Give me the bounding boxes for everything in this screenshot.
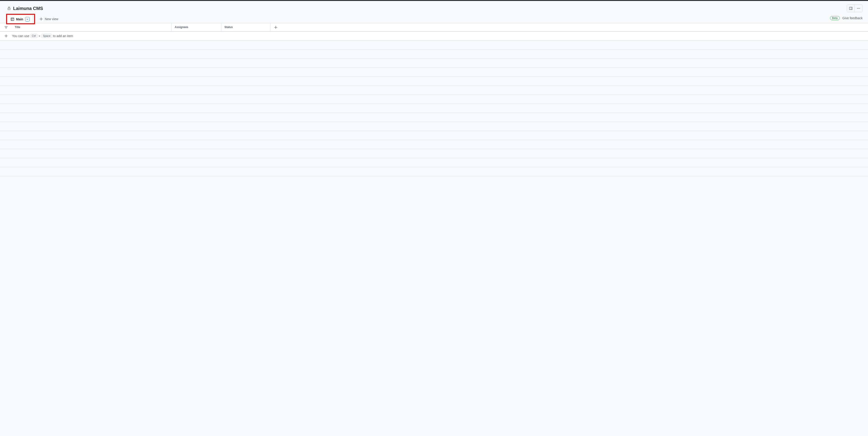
panel-icon (849, 6, 852, 10)
tab-dropdown-button[interactable] (25, 17, 30, 22)
filter-button[interactable] (0, 23, 12, 31)
empty-rows (0, 40, 868, 176)
lock-icon (7, 6, 11, 10)
header-right (847, 4, 863, 12)
header-left: Laimuna CMS (7, 6, 43, 11)
empty-row (0, 149, 868, 158)
empty-row (0, 104, 868, 113)
table-icon (11, 18, 14, 21)
svg-rect-6 (11, 18, 14, 21)
add-item-row[interactable]: You can use Ctrl + Space to add an item (0, 32, 868, 40)
table-header: Title Assignees Status (0, 23, 868, 32)
beta-badge: Beta (830, 16, 840, 20)
plus-icon (274, 26, 278, 29)
plus-icon (4, 34, 8, 38)
svg-rect-1 (849, 7, 852, 10)
column-title[interactable]: Title (12, 23, 172, 31)
hint-text-before: You can use (12, 34, 29, 38)
empty-row (0, 140, 868, 149)
empty-row (0, 113, 868, 122)
empty-row (0, 59, 868, 68)
column-status[interactable]: Status (221, 23, 270, 31)
empty-row (0, 68, 868, 77)
hint-plus: + (38, 34, 40, 38)
tab-label: Main (16, 18, 23, 21)
empty-row (0, 167, 868, 176)
tabs-right: Beta Give feedback (830, 16, 863, 22)
new-view-label: New view (45, 17, 58, 21)
add-item-icon-wrap (0, 34, 12, 38)
empty-row (0, 86, 868, 95)
hint-text-after: to add an item (53, 34, 73, 38)
project-title[interactable]: Laimuna CMS (13, 6, 43, 11)
header-actions (847, 4, 863, 12)
empty-row (0, 158, 868, 167)
empty-row (0, 40, 868, 50)
add-column-button[interactable] (270, 23, 281, 31)
kbd-ctrl: Ctrl (30, 34, 38, 38)
new-view-button[interactable]: New view (36, 15, 61, 23)
tab-main[interactable]: Main (7, 15, 33, 23)
panel-toggle-button[interactable] (847, 5, 855, 12)
empty-row (0, 77, 868, 86)
filter-icon (4, 26, 8, 29)
kebab-icon (857, 6, 860, 10)
empty-row (0, 50, 868, 59)
chevron-down-icon (26, 18, 29, 20)
svg-point-4 (858, 8, 859, 9)
svg-point-5 (860, 8, 860, 9)
feedback-link[interactable]: Give feedback (842, 16, 863, 20)
empty-row (0, 95, 868, 104)
tabs-left: Main New view (7, 15, 61, 23)
more-options-button[interactable] (855, 5, 862, 12)
empty-row (0, 131, 868, 140)
tabs-row: Main New view Beta Give feedback (0, 13, 868, 23)
empty-row (0, 122, 868, 131)
add-item-hint: You can use Ctrl + Space to add an item (12, 34, 73, 38)
svg-rect-0 (8, 8, 10, 10)
plus-icon (39, 17, 43, 21)
column-assignees[interactable]: Assignees (172, 23, 221, 31)
kbd-space: Space (41, 34, 52, 38)
header: Laimuna CMS (0, 1, 868, 13)
svg-point-3 (857, 8, 858, 9)
